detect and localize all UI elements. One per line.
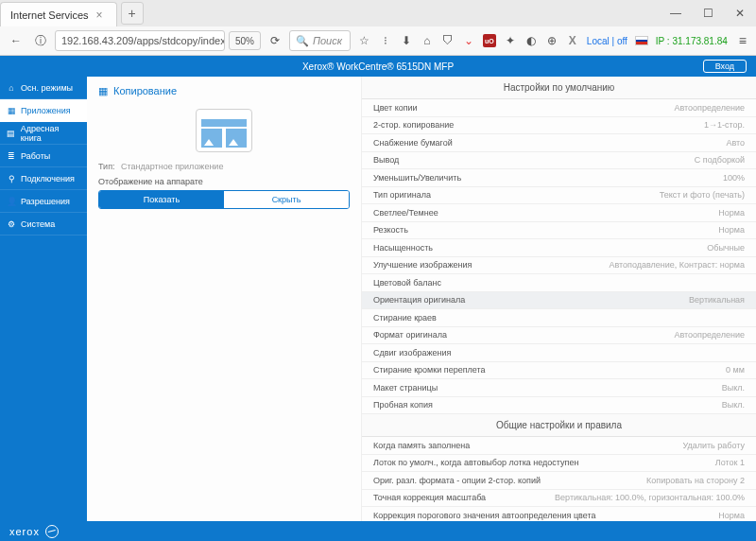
- home-icon[interactable]: ⌂: [421, 34, 434, 47]
- hamburger-menu-icon[interactable]: ≡: [735, 33, 750, 48]
- settings-row[interactable]: 2-стор. копирование1→1-стор.: [362, 117, 756, 135]
- extension-icon-1[interactable]: ✦: [504, 34, 517, 47]
- status-local[interactable]: Local | off: [587, 36, 627, 46]
- settings-value: Копировать на сторону 2: [646, 476, 745, 485]
- noscript-icon[interactable]: X: [566, 34, 579, 47]
- sidebar-item-home[interactable]: ⌂Осн. режимы: [0, 77, 87, 99]
- app-large-icon: [196, 109, 252, 152]
- sidebar-item-jobs[interactable]: ≣Работы: [0, 145, 87, 167]
- sidebar-item-addressbook[interactable]: ▤Адресная книга: [0, 122, 87, 145]
- footer: xerox: [0, 521, 756, 541]
- settings-key: Ориг. разл. формата - опции 2-стор. копи…: [373, 476, 541, 485]
- zoom-level[interactable]: 50%: [229, 31, 261, 50]
- settings-row[interactable]: ВыводС подборкой: [362, 152, 756, 170]
- settings-row[interactable]: РезкостьНорма: [362, 222, 756, 240]
- toggle-show-button[interactable]: Показать: [99, 191, 224, 208]
- sidebar-item-apps[interactable]: ▦Приложения: [0, 99, 87, 122]
- flag-ru-icon: [635, 36, 648, 45]
- jobs-icon: ≣: [6, 150, 17, 162]
- settings-row[interactable]: Стирание кромки переплета0 мм: [362, 362, 756, 380]
- home-icon: ⌂: [6, 82, 17, 94]
- settings-row[interactable]: Тип оригиналаТекст и фото (печать): [362, 187, 756, 205]
- xerox-logo-icon: [45, 525, 59, 538]
- settings-row[interactable]: НасыщенностьОбычные: [362, 239, 756, 257]
- settings-value: Автоподавление, Контраст: норма: [609, 260, 745, 270]
- settings-row[interactable]: Когда память заполненаУдалить работу: [362, 437, 756, 455]
- settings-value: Удалить работу: [682, 441, 745, 450]
- settings-value: Лоток 1: [715, 458, 745, 467]
- settings-row[interactable]: Светлее/ТемнееНорма: [362, 204, 756, 222]
- sidebar-item-connections[interactable]: ⚲Подключения: [0, 167, 87, 190]
- search-placeholder: Поиск: [313, 35, 342, 46]
- toggle-hide-button[interactable]: Скрыть: [224, 191, 349, 208]
- info-icon[interactable]: ⓘ: [30, 30, 51, 51]
- settings-row[interactable]: Сдвиг изображения: [362, 344, 756, 362]
- ublock-icon[interactable]: uO: [483, 34, 496, 47]
- general-heading: Общие настройки и правила: [362, 414, 756, 437]
- settings-row[interactable]: Улучшение изображенияАвтоподавление, Кон…: [362, 257, 756, 275]
- tab-close-icon[interactable]: ×: [93, 9, 107, 22]
- settings-row[interactable]: Цвет копииАвтоопределение: [362, 99, 756, 117]
- new-tab-button[interactable]: +: [121, 2, 144, 25]
- window-minimize-icon[interactable]: —: [660, 1, 692, 26]
- settings-value: Вертикальная: 100.0%, горизонтальная: 10…: [555, 493, 745, 502]
- shield-icon[interactable]: ⛉: [441, 34, 455, 47]
- settings-row[interactable]: Ориентация оригиналаВертикальная: [362, 292, 756, 310]
- page-heading: ▦ Копирование: [98, 77, 350, 105]
- settings-value: 1→1-стор.: [704, 120, 745, 130]
- apps-icon: ▦: [6, 105, 17, 116]
- sidebar-item-system[interactable]: ⚙Система: [0, 213, 87, 236]
- settings-row[interactable]: Коррекция порогового значения автоопреде…: [362, 507, 756, 521]
- download-icon[interactable]: ⬇: [400, 34, 413, 47]
- reload-button[interactable]: ⟳: [265, 30, 285, 51]
- settings-row[interactable]: Лоток по умолч., когда автовыбор лотка н…: [362, 455, 756, 473]
- extension-icon-2[interactable]: ◐: [524, 34, 538, 47]
- settings-value: Автоопределение: [674, 103, 745, 113]
- settings-key: Стирание краев: [373, 313, 437, 323]
- book-icon: ▤: [6, 128, 17, 139]
- browser-tab[interactable]: Internet Services ×: [0, 2, 117, 26]
- star-icon[interactable]: ☆: [358, 34, 371, 47]
- settings-row[interactable]: Стирание краев: [362, 309, 756, 327]
- login-button[interactable]: Вход: [703, 60, 747, 73]
- settings-key: Вывод: [373, 155, 399, 165]
- page-title: Копирование: [113, 85, 177, 96]
- settings-row[interactable]: Цветовой баланс: [362, 274, 756, 292]
- window-close-icon[interactable]: ✕: [724, 1, 756, 26]
- settings-row[interactable]: Снабжение бумагойАвто: [362, 134, 756, 152]
- settings-panel[interactable]: Настройки по умолчанию Цвет копииАвтоопр…: [361, 77, 756, 521]
- app-type-row: Тип: Стандартное приложение: [98, 162, 350, 171]
- settings-key: Цветовой баланс: [373, 278, 441, 288]
- settings-row[interactable]: Уменьшить/Увеличить100%: [362, 169, 756, 187]
- user-icon: 👤: [6, 196, 17, 207]
- url-field[interactable]: 192.168.43.209/apps/stdcopy/index: [55, 30, 225, 51]
- settings-value: Автоопределение: [674, 330, 745, 340]
- window-maximize-icon[interactable]: ☐: [692, 1, 724, 26]
- settings-row[interactable]: Ориг. разл. формата - опции 2-стор. копи…: [362, 472, 756, 490]
- settings-value: Текст и фото (печать): [660, 190, 745, 200]
- settings-value: Норма: [718, 511, 745, 520]
- pocket-icon[interactable]: ⌄: [462, 34, 475, 47]
- sidebar-item-permissions[interactable]: 👤Разрешения: [0, 190, 87, 213]
- extension-icon-3[interactable]: ⊕: [545, 34, 558, 47]
- left-column: ▦ Копирование Тип: Стандартное приложени…: [87, 77, 361, 521]
- sidebar: ⌂Осн. режимы ▦Приложения ▤Адресная книга…: [0, 77, 87, 521]
- status-ip[interactable]: IP : 31.173.81.84: [656, 36, 728, 46]
- settings-key: Тип оригинала: [373, 190, 431, 200]
- settings-key: Коррекция порогового значения автоопреде…: [373, 511, 595, 520]
- settings-row[interactable]: Макет страницыВыкл.: [362, 379, 756, 397]
- settings-key: Пробная копия: [373, 400, 433, 410]
- back-button[interactable]: ←: [6, 30, 26, 51]
- settings-row[interactable]: Точная коррекция масштабаВертикальная: 1…: [362, 490, 756, 508]
- settings-value: Выкл.: [722, 383, 745, 393]
- settings-key: Лоток по умолч., когда автовыбор лотка н…: [373, 458, 578, 467]
- gear-icon: ⚙: [6, 218, 17, 230]
- search-box[interactable]: 🔍 Поиск: [289, 30, 351, 51]
- settings-row[interactable]: Формат оригиналаАвтоопределение: [362, 327, 756, 345]
- settings-key: Сдвиг изображения: [373, 348, 451, 358]
- search-icon: 🔍: [296, 35, 309, 47]
- toolbar-icons: ☆ ⁝ ⬇ ⌂ ⛉ ⌄ uO ✦ ◐ ⊕ X Local | off IP : …: [354, 34, 731, 47]
- settings-key: Улучшение изображения: [373, 260, 472, 270]
- settings-row[interactable]: Пробная копияВыкл.: [362, 397, 756, 415]
- menu-dots-icon[interactable]: ⁝: [379, 34, 392, 47]
